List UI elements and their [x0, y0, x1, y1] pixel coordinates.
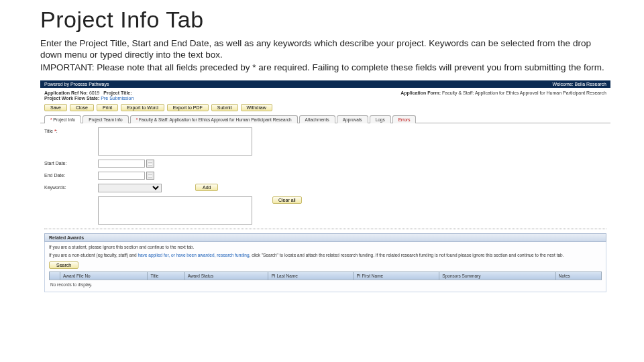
tab-bar: * Project Info Project Team Info * Facul… — [40, 115, 610, 123]
no-records-label: No records to display. — [49, 280, 602, 289]
awards-col-pifirst[interactable]: PI First Name — [354, 272, 439, 280]
intro-paragraph-1: Enter the Project Title, Start and End D… — [40, 38, 610, 61]
related-awards-body: If you are a student, please ignore this… — [44, 242, 606, 292]
end-date-label: End Date: — [44, 172, 98, 178]
tab-project-team-info[interactable]: Project Team Info — [83, 115, 128, 123]
tab-attachments[interactable]: Attachments — [299, 115, 335, 123]
welcome-user-label: Welcome: Bella Research — [553, 82, 606, 86]
calendar-icon[interactable] — [146, 160, 154, 168]
title-label: Title *: — [44, 127, 98, 133]
clear-all-button[interactable]: Clear all — [272, 196, 302, 204]
awards-col-pilast[interactable]: PI Last Name — [268, 272, 354, 280]
awards-col-title[interactable]: Title — [148, 272, 184, 280]
form-panel: Title *: Start Date: End Date: Keywords:… — [40, 123, 610, 295]
awards-col-notes[interactable]: Notes — [555, 272, 601, 280]
related-awards-header: Related Awards — [44, 233, 606, 242]
tab-approvals[interactable]: Approvals — [337, 115, 368, 123]
title-input[interactable] — [98, 127, 252, 156]
export-pdf-button[interactable]: Export to PDF — [167, 104, 209, 111]
keywords-select[interactable] — [98, 184, 162, 192]
top-bar: Powered by Process Pathways Welcome: Bel… — [40, 80, 610, 88]
tab-errors[interactable]: Errors — [392, 115, 417, 123]
awards-hint-2: If you are a non-student (eg faculty, st… — [49, 253, 602, 258]
tab-project-info[interactable]: * Project Info — [44, 115, 81, 123]
start-date-input[interactable] — [98, 160, 145, 168]
save-button[interactable]: Save — [44, 104, 67, 111]
page-title: Project Info Tab — [40, 7, 610, 33]
awards-col-blank — [50, 272, 60, 280]
keywords-box[interactable] — [98, 196, 252, 225]
application-form-info: Application Form: Faculty & Staff: Appli… — [400, 90, 606, 95]
start-date-label: Start Date: — [44, 160, 98, 166]
workflow-row: Project Work Flow State: Pre Submission — [44, 96, 606, 101]
awards-col-fileno[interactable]: Award File No — [60, 272, 148, 280]
end-date-input[interactable] — [98, 172, 145, 180]
submit-button[interactable]: Submit — [211, 104, 238, 111]
intro-paragraph-2: IMPORTANT: Please note that all fields p… — [40, 62, 610, 74]
action-button-row: Save Close Print Export to Word Export t… — [40, 103, 610, 115]
powered-by-label: Powered by Process Pathways — [44, 82, 109, 86]
awards-hint-1: If you are a student, please ignore this… — [49, 245, 602, 250]
search-awards-button[interactable]: Search — [49, 261, 78, 269]
awards-table: Award File No Title Award Status PI Last… — [49, 272, 602, 280]
calendar-icon[interactable] — [146, 172, 154, 180]
tab-ethics-application[interactable]: * Faculty & Staff: Application for Ethic… — [130, 115, 298, 123]
tab-logs[interactable]: Logs — [370, 115, 391, 123]
awards-col-sponsors[interactable]: Sponsors Summary — [439, 272, 555, 280]
app-screenshot: Powered by Process Pathways Welcome: Bel… — [40, 80, 610, 295]
export-word-button[interactable]: Export to Word — [121, 104, 164, 111]
add-keyword-button[interactable]: Add — [195, 184, 218, 191]
close-button[interactable]: Close — [70, 104, 94, 111]
withdraw-button[interactable]: Withdraw — [241, 104, 272, 111]
print-button[interactable]: Print — [97, 104, 118, 111]
keywords-label: Keywords: — [44, 184, 98, 190]
awards-col-status[interactable]: Award Status — [184, 272, 268, 280]
meta-area: Application Form: Faculty & Staff: Appli… — [40, 88, 610, 103]
